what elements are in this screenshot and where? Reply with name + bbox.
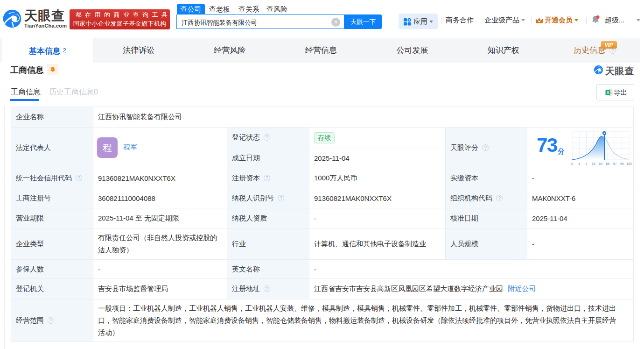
svg-text:3: 3 (586, 162, 588, 165)
svg-text:97: 97 (613, 162, 617, 165)
svg-text:100: 100 (626, 162, 632, 165)
svg-text:0: 0 (571, 162, 573, 165)
svg-text:X: X (607, 90, 609, 95)
svg-text:85: 85 (606, 162, 609, 165)
svg-text:1: 1 (578, 162, 580, 165)
svg-text:50: 50 (599, 162, 602, 165)
svg-text:15: 15 (592, 162, 595, 165)
svg-text:99: 99 (620, 162, 624, 165)
